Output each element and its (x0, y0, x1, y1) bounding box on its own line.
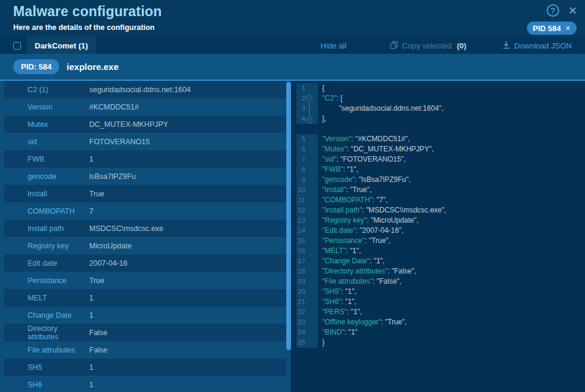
table-row[interactable]: SH61 (4, 376, 286, 392)
code-line-text: "Directory attributes": "False", (318, 266, 416, 276)
table-row[interactable]: PersistanceTrue (4, 272, 286, 289)
row-value: seguridadsocial.ddns.net:1604 (89, 86, 191, 94)
line-number: 5 (296, 134, 318, 144)
code-line: 20"SH5": "1", (296, 287, 585, 297)
code-line-text: "Change Date": "1", (318, 256, 384, 266)
code-line: 14"Edit date": "2007-04-16", (296, 226, 585, 236)
tab-bar: DarkComet (1) Hide all Copy selected (0) (0, 37, 585, 54)
code-line: 5"Version": "#KCMDDC51#", (296, 134, 585, 144)
code-line-text: "BIND": "1" (318, 327, 357, 338)
code-line-text: ], (318, 114, 326, 124)
line-number: 1 (296, 83, 318, 93)
table-row[interactable]: Registry keyMicroUpdate (4, 237, 286, 254)
table-row[interactable]: InstallTrue (4, 185, 286, 202)
table-row[interactable]: C2 (1)seguridadsocial.ddns.net:1604 (4, 81, 286, 98)
download-json-button[interactable]: Download JSON (502, 41, 572, 51)
line-number: 21 (296, 297, 318, 307)
code-line-text: "Offline keylogger": "True", (318, 317, 407, 327)
row-value: True (89, 276, 104, 285)
table-row[interactable]: COMBOPATH7 (4, 202, 286, 220)
row-value: False (89, 329, 108, 337)
row-key: Registry key (4, 242, 89, 250)
table-row[interactable]: SH51 (4, 358, 286, 376)
code-line-text: "COMBOPATH": "7", (318, 195, 387, 205)
row-value: lsBsa7lPZ9Fu (89, 172, 136, 181)
row-value: FOTOVERANO15 (89, 138, 150, 146)
row-key: SH6 (4, 381, 89, 389)
row-key: FWB (4, 155, 89, 163)
code-line-text: "gencode": "lsBsa7lPZ9Fu", (318, 175, 411, 185)
code-line: 11"COMBOPATH": "7", (296, 195, 585, 205)
row-value: MSDCSC\msdcsc.exe (89, 224, 163, 233)
code-line-text: "Install": "True", (318, 185, 372, 195)
fold-collapse-icon[interactable] (306, 95, 313, 102)
copy-icon (390, 41, 398, 51)
row-key: COMBOPATH (4, 207, 89, 215)
table-row[interactable]: Change Date1 (4, 306, 286, 324)
row-value: 2007-04-16 (89, 259, 128, 268)
copy-selected-button[interactable]: Copy selected (0) (390, 41, 466, 51)
code-line: 16"MELT": "1", (296, 246, 585, 256)
malware-configuration-modal: Malware configuration Here are the detai… (0, 0, 585, 392)
table-row[interactable]: MELT1 (4, 289, 286, 306)
code-line: 23"Offline keylogger": "True", (296, 317, 585, 327)
line-number: 19 (296, 276, 318, 287)
code-line: 15"Persistance": "True", (296, 236, 585, 246)
table-row[interactable]: sidFOTOVERANO15 (4, 133, 286, 150)
table-row[interactable]: gencodelsBsa7lPZ9Fu (4, 168, 286, 185)
line-number: 13 (296, 215, 318, 226)
code-line: 19"File attrubutes": "False", (296, 276, 585, 287)
table-row[interactable]: Version#KCMDDC51# (4, 98, 286, 116)
line-number: 18 (296, 266, 318, 276)
table-row[interactable]: Edit date2007-04-16 (4, 254, 286, 272)
json-viewer: 1{2"C2": [3"seguridadsocial.ddns.net:160… (291, 81, 585, 392)
code-line: 6"Mutex": "DC_MUTEX-MKHPJPY", (296, 144, 585, 154)
code-line: 8"FWB": "1", (296, 165, 585, 175)
row-value: 7 (89, 207, 93, 215)
help-icon[interactable]: ? (547, 4, 559, 17)
row-key: sid (4, 138, 89, 146)
table-row[interactable]: FWB1 (4, 150, 286, 168)
row-key: Install path (4, 224, 89, 233)
code-line: 18"Directory attributes": "False", (296, 266, 585, 276)
code-line: 13"Registry key": "MicroUpdate", (296, 215, 585, 226)
copy-selected-label: Copy selected (402, 41, 451, 50)
select-all-checkbox[interactable] (13, 42, 21, 50)
table-row[interactable]: File attrubutesFalse (4, 341, 286, 358)
line-number: 15 (296, 236, 318, 246)
page-subtitle: Here are the details of the configuratio… (13, 23, 154, 32)
code-line: 17"Change Date": "1", (296, 256, 585, 266)
line-number: 17 (296, 256, 318, 266)
copy-selected-count: (0) (457, 41, 466, 50)
code-line: 4], (296, 114, 585, 124)
code-line: 24"BIND": "1" (296, 327, 585, 338)
hide-all-button[interactable]: Hide all (320, 41, 346, 50)
row-key: Install (4, 190, 89, 198)
chip-close-icon[interactable]: ✕ (565, 25, 571, 32)
code-line-text (318, 124, 322, 134)
fold-end-icon[interactable] (306, 117, 313, 123)
code-lines: 1{2"C2": [3"seguridadsocial.ddns.net:160… (296, 83, 585, 348)
tab-darkcomet[interactable]: DarkComet (1) (26, 37, 96, 54)
pid-badge: PID: 584 (13, 59, 59, 74)
line-number: 24 (296, 327, 318, 338)
process-header: PID: 584 iexplore.exe (0, 54, 585, 81)
line-number: 22 (296, 307, 318, 317)
code-line-text: "SH6": "1", (318, 297, 356, 307)
code-line-text: } (318, 338, 325, 348)
line-number: 3 (296, 104, 318, 114)
table-row[interactable]: Install pathMSDCSC\msdcsc.exe (4, 220, 286, 237)
pid-filter-chip[interactable]: PID 584 ✕ (527, 22, 577, 35)
table-row[interactable]: MutexDC_MUTEX-MKHPJPY (4, 116, 286, 133)
line-number: 20 (296, 287, 318, 297)
code-line-text: "Version": "#KCMDDC51#", (318, 134, 410, 144)
line-number: 7 (296, 154, 318, 165)
row-key: Edit date (4, 259, 89, 268)
left-panel-scrollbar[interactable] (286, 82, 291, 350)
code-line-text: { (318, 83, 325, 93)
close-icon[interactable]: ✕ (568, 5, 577, 16)
row-key: Change Date (4, 311, 89, 320)
code-line: 10"Install": "True", (296, 185, 585, 195)
line-number: 23 (296, 317, 318, 327)
table-row[interactable]: Directory attributesFalse (4, 324, 286, 341)
